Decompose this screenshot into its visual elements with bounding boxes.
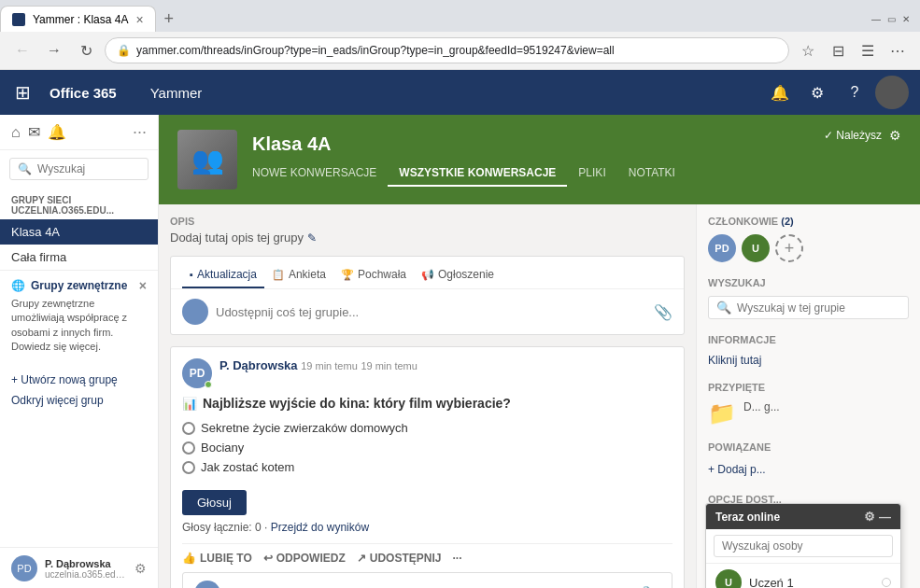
user-avatar[interactable] — [875, 76, 909, 109]
address-bar[interactable]: 🔒 yammer.com/threads/inGroup?type=in_ead… — [105, 37, 789, 63]
sidebar-actions: + Utwórz nową grupę Odkryj więcej grup — [0, 362, 158, 418]
share-icon: ↗ — [357, 552, 366, 565]
member-avatar-u[interactable]: U — [742, 234, 770, 262]
sidebar-search-input[interactable] — [37, 162, 140, 175]
user-settings-button[interactable]: ⚙ — [134, 561, 147, 576]
new-tab-button[interactable]: + — [156, 6, 182, 32]
poll-option-2[interactable]: Bociany — [182, 438, 672, 457]
conv-author-name[interactable]: P. Dąbrowska — [219, 358, 298, 372]
vote-count: Głosy łącznie: 0 · Przejdź do wyników — [182, 521, 672, 534]
group-avatar-image: 👥 — [177, 130, 237, 189]
menu-button[interactable]: ☰ — [855, 37, 881, 63]
app-name: Yammer — [150, 85, 203, 101]
ankieta-icon: 📋 — [272, 269, 285, 281]
poll-option-3[interactable]: Jak zostać kotem — [182, 457, 672, 477]
office365-title: Office 365 — [50, 85, 117, 101]
discover-groups-action[interactable]: Odkryj więcej grup — [11, 390, 147, 411]
group-search-input[interactable] — [737, 301, 900, 315]
like-action[interactable]: 👍 LUBIĘ TO — [182, 552, 252, 565]
add-member-button[interactable]: + — [775, 234, 803, 262]
more-action[interactable]: ··· — [452, 552, 461, 565]
waffle-icon[interactable]: ⊞ — [11, 77, 35, 107]
results-link[interactable]: Przejdź do wyników — [271, 521, 369, 534]
notification-button[interactable]: 🔔 — [763, 76, 797, 109]
members-count-link[interactable]: (2) — [781, 216, 793, 227]
search-section: WYSZUKAJ 🔍 — [708, 277, 909, 319]
help-button[interactable]: ? — [838, 76, 871, 109]
post-tab-pochwala[interactable]: 🏆 Pochwała — [333, 264, 414, 288]
window-minimize[interactable]: — — [870, 12, 883, 25]
tab-close-button[interactable]: × — [135, 12, 143, 27]
group-settings-button[interactable]: ⚙ — [889, 128, 901, 143]
conv-meta: P. Dąbrowska 19 min temu 19 min temu — [219, 358, 672, 372]
reply-action[interactable]: ↩ ODPOWIEDZ — [263, 552, 346, 565]
vote-button[interactable]: Głosuj — [182, 490, 247, 515]
sidebar-item-klasa4a[interactable]: Klasa 4A — [0, 219, 158, 245]
bookmark-button[interactable]: ☆ — [795, 37, 821, 63]
online-search-input[interactable] — [714, 535, 893, 557]
post-tab-ogloszenie[interactable]: 📢 Ogłoszenie — [414, 264, 502, 288]
info-section: INFORMACJE Kliknij tutaj — [708, 334, 909, 367]
forward-button[interactable]: → — [41, 37, 67, 63]
poll-option-1[interactable]: Sekretne życie zwierzaków domowych — [182, 418, 672, 438]
nav-pliki[interactable]: PLIKI — [567, 162, 616, 187]
radio-1[interactable] — [182, 422, 195, 435]
conv-author-avatar: PD — [182, 358, 212, 388]
lock-icon: 🔒 — [117, 44, 131, 57]
sidebar-quick-icons: ⌂ ✉ 🔔 ··· — [0, 115, 158, 150]
desc-text: Dodaj tutaj opis tej grupy ✎ — [170, 231, 685, 245]
group-search-box[interactable]: 🔍 — [708, 296, 909, 319]
member-avatar-pd[interactable]: PD — [708, 234, 736, 262]
conversation-1: PD P. Dąbrowska 19 min temu 19 min temu … — [170, 346, 685, 588]
post-tab-ankieta[interactable]: 📋 Ankieta — [264, 264, 333, 288]
home-icon[interactable]: ⌂ — [11, 124, 21, 141]
window-restore[interactable]: ▭ — [885, 12, 898, 25]
post-tab-aktualizacja[interactable]: ▪ Aktualizacja — [182, 264, 264, 288]
more-icon[interactable]: ··· — [133, 122, 147, 142]
follow-button[interactable]: ✓ Należysz — [824, 129, 882, 142]
nav-wszystkie-konwersacje[interactable]: WSZYSTKIE KONWERSACJE — [388, 162, 567, 187]
online-popup-minimize-icon[interactable]: — — [879, 510, 891, 524]
related-section: POWIĄZANE + Dodaj p... — [708, 441, 909, 479]
extensions-button[interactable]: ⋯ — [885, 37, 911, 63]
reply-attach-icon[interactable]: 📎 — [642, 585, 660, 589]
user-email: uczelnia.o365.edu.pl — [45, 569, 127, 580]
ext-close-button[interactable]: × — [139, 278, 147, 293]
sidebar-external-groups: 🌐 Grupy zewnętrzne × Grupy zewnętrzne um… — [0, 270, 158, 362]
pinned-item: 📁 D... g... — [708, 400, 909, 427]
edit-icon[interactable]: ✎ — [307, 231, 317, 245]
reload-button[interactable]: ↻ — [73, 37, 99, 63]
nav-nowe-konwersacje[interactable]: NOWE KONWERSACJE — [252, 162, 388, 187]
window-close[interactable]: ✕ — [899, 12, 913, 25]
sidebar-item-calafirma[interactable]: Cała firma — [0, 245, 158, 270]
info-link[interactable]: Kliknij tutaj — [708, 354, 761, 367]
attach-icon[interactable]: 📎 — [654, 303, 672, 321]
back-button[interactable]: ← — [9, 37, 35, 63]
group-search-icon: 🔍 — [716, 301, 731, 315]
sidebar-search-box[interactable]: 🔍 — [9, 158, 149, 180]
radio-2[interactable] — [182, 441, 195, 455]
online-user-1[interactable]: U Uczeń 1 — [706, 564, 900, 588]
online-popup-gear-icon[interactable]: ⚙ — [864, 510, 875, 524]
header-icons: 🔔 ⚙ ? — [763, 76, 909, 109]
radio-3[interactable] — [182, 461, 195, 474]
bell-icon[interactable]: 🔔 — [48, 123, 66, 141]
active-tab[interactable]: Yammer : Klasa 4A × — [0, 6, 156, 32]
browser-nav: ← → ↻ 🔒 yammer.com/threads/inGroup?type=… — [0, 32, 920, 69]
settings-button[interactable]: ⚙ — [800, 76, 834, 109]
group-header-actions: ✓ Należysz ⚙ — [824, 128, 901, 143]
pinned-text[interactable]: D... g... — [743, 400, 780, 413]
members-section: CZŁONKOWIE (2) PD U + — [708, 216, 909, 262]
create-group-action[interactable]: + Utwórz nową grupę — [11, 370, 147, 390]
post-input[interactable] — [216, 305, 646, 319]
conv-header: PD P. Dąbrowska 19 min temu 19 min temu — [182, 358, 672, 388]
sidebar: ⌂ ✉ 🔔 ··· 🔍 GRUPY SIECI UCZELNIA.O365.ED… — [0, 115, 159, 588]
browser-chrome: Yammer : Klasa 4A × + — ▭ ✕ ← → ↻ 🔒 yamm… — [0, 0, 920, 70]
right-column: CZŁONKOWIE (2) PD U + WYSZUKAJ 🔍 — [696, 204, 920, 588]
share-action[interactable]: ↗ UDOSTĘPNIJ — [357, 552, 442, 565]
reader-button[interactable]: ⊟ — [825, 37, 851, 63]
mail-icon[interactable]: ✉ — [28, 123, 40, 141]
nav-notatki[interactable]: NOTATKI — [617, 162, 686, 187]
related-add-action[interactable]: + Dodaj p... — [708, 460, 909, 479]
aktualizacja-icon: ▪ — [190, 269, 193, 280]
